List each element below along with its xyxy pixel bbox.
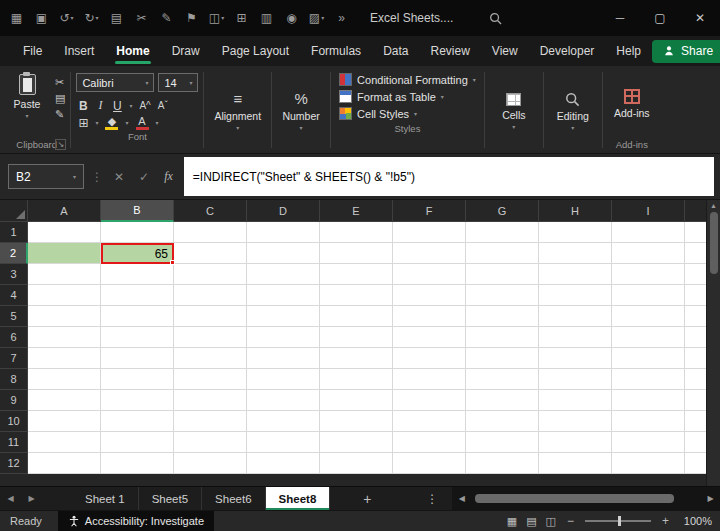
- toolbar-overflow-icon[interactable]: »: [329, 0, 354, 36]
- cell-f1[interactable]: [393, 222, 466, 243]
- cell-a2[interactable]: [28, 243, 101, 264]
- ribbon-tab-review[interactable]: Review: [419, 36, 480, 66]
- row-header-3[interactable]: 3: [0, 264, 28, 285]
- cell-h8[interactable]: [539, 369, 612, 390]
- ribbon-tab-data[interactable]: Data: [372, 36, 419, 66]
- add-sheet-button[interactable]: +: [352, 487, 382, 510]
- column-header-f[interactable]: F: [393, 200, 466, 222]
- cell-f8[interactable]: [393, 369, 466, 390]
- font-size-select[interactable]: 14 ▾: [158, 73, 198, 92]
- cell-h4[interactable]: [539, 285, 612, 306]
- ribbon-tab-page-layout[interactable]: Page Layout: [211, 36, 300, 66]
- fill-color-button[interactable]: ◆: [105, 116, 118, 130]
- row-header-5[interactable]: 5: [0, 306, 28, 327]
- accessibility-status[interactable]: Accessibility: Investigate: [58, 511, 214, 531]
- cell-d9[interactable]: [247, 390, 320, 411]
- ribbon-tab-help[interactable]: Help: [605, 36, 652, 66]
- cell-b6[interactable]: [101, 327, 174, 348]
- scroll-left-icon[interactable]: ◀: [455, 494, 468, 503]
- draw-pen-icon[interactable]: ✎: [154, 0, 179, 36]
- cell-b3[interactable]: [101, 264, 174, 285]
- cell-e8[interactable]: [320, 369, 393, 390]
- cancel-icon[interactable]: ✕: [110, 170, 128, 184]
- save-icon[interactable]: ▣: [29, 0, 54, 36]
- normal-view-icon[interactable]: ▦: [507, 515, 517, 528]
- enter-icon[interactable]: ✓: [135, 170, 153, 184]
- cell-styles-button[interactable]: Cell Styles ▾: [334, 105, 481, 122]
- cell-g3[interactable]: [466, 264, 539, 285]
- cell-h6[interactable]: [539, 327, 612, 348]
- name-box[interactable]: B2 ▾: [8, 164, 84, 189]
- row-header-1[interactable]: 1: [0, 222, 28, 243]
- cell-b10[interactable]: [101, 411, 174, 432]
- cell-i5[interactable]: [612, 306, 685, 327]
- scroll-right-icon[interactable]: ▶: [704, 494, 717, 503]
- cell-f9[interactable]: [393, 390, 466, 411]
- cell-d3[interactable]: [247, 264, 320, 285]
- cell-f6[interactable]: [393, 327, 466, 348]
- cell-i6[interactable]: [612, 327, 685, 348]
- cell-i9[interactable]: [612, 390, 685, 411]
- camera-icon[interactable]: ◉: [279, 0, 304, 36]
- sheet-nav-right-icon[interactable]: ▶: [21, 487, 42, 510]
- row-header-9[interactable]: 9: [0, 390, 28, 411]
- cell-c4[interactable]: [174, 285, 247, 306]
- cell-d5[interactable]: [247, 306, 320, 327]
- cell-h11[interactable]: [539, 432, 612, 453]
- cell-b8[interactable]: [101, 369, 174, 390]
- cell-d8[interactable]: [247, 369, 320, 390]
- sheet-tab-sheet8[interactable]: Sheet8: [266, 487, 331, 510]
- copy-icon[interactable]: ▤: [104, 0, 129, 36]
- cell-a1[interactable]: [28, 222, 101, 243]
- cell-f10[interactable]: [393, 411, 466, 432]
- number-button[interactable]: % Number ▾: [275, 69, 327, 153]
- underline-button[interactable]: U: [112, 99, 122, 113]
- cell-a6[interactable]: [28, 327, 101, 348]
- formula-bar-menu-icon[interactable]: ⋮: [91, 170, 103, 184]
- cell-e5[interactable]: [320, 306, 393, 327]
- cell-e11[interactable]: [320, 432, 393, 453]
- cell-e3[interactable]: [320, 264, 393, 285]
- increase-font-size-button[interactable]: A^: [139, 100, 150, 111]
- column-header-h[interactable]: H: [539, 200, 612, 222]
- zoom-in-button[interactable]: +: [662, 514, 669, 528]
- cell-g1[interactable]: [466, 222, 539, 243]
- copy-button[interactable]: ▤: [55, 92, 65, 104]
- cell-f5[interactable]: [393, 306, 466, 327]
- cell-g8[interactable]: [466, 369, 539, 390]
- fill-handle[interactable]: [170, 260, 175, 265]
- cell-g5[interactable]: [466, 306, 539, 327]
- row-header-7[interactable]: 7: [0, 348, 28, 369]
- cell-e9[interactable]: [320, 390, 393, 411]
- editing-button[interactable]: Editing ▾: [547, 69, 599, 153]
- format-painter-button[interactable]: ✎: [55, 108, 65, 120]
- cell-d2[interactable]: [247, 243, 320, 264]
- horizontal-scrollbar[interactable]: ◀ ▶: [452, 487, 720, 510]
- row-header-10[interactable]: 10: [0, 411, 28, 432]
- cut-icon[interactable]: ✂: [129, 0, 154, 36]
- cell-d6[interactable]: [247, 327, 320, 348]
- cell-g10[interactable]: [466, 411, 539, 432]
- cut-button[interactable]: ✂: [55, 76, 65, 88]
- cell-d10[interactable]: [247, 411, 320, 432]
- cell-b12[interactable]: [101, 453, 174, 474]
- redo-icon[interactable]: ↻▾: [79, 0, 104, 36]
- search-icon[interactable]: [489, 12, 502, 25]
- flag-icon[interactable]: ⚑: [179, 0, 204, 36]
- row-header-12[interactable]: 12: [0, 453, 28, 474]
- cell-f12[interactable]: [393, 453, 466, 474]
- cell-f3[interactable]: [393, 264, 466, 285]
- sheet-tab-sheet6[interactable]: Sheet6: [202, 487, 265, 510]
- cell-c6[interactable]: [174, 327, 247, 348]
- decrease-font-size-button[interactable]: Aˇ: [158, 100, 168, 111]
- ribbon-tab-developer[interactable]: Developer: [529, 36, 606, 66]
- cell-c10[interactable]: [174, 411, 247, 432]
- row-header-6[interactable]: 6: [0, 327, 28, 348]
- paste-button[interactable]: Paste ▾: [6, 69, 48, 138]
- close-button[interactable]: ✕: [680, 0, 720, 36]
- cell-g4[interactable]: [466, 285, 539, 306]
- page-break-view-icon[interactable]: ◫: [546, 515, 556, 528]
- cell-g11[interactable]: [466, 432, 539, 453]
- cell-i12[interactable]: [612, 453, 685, 474]
- cell-d12[interactable]: [247, 453, 320, 474]
